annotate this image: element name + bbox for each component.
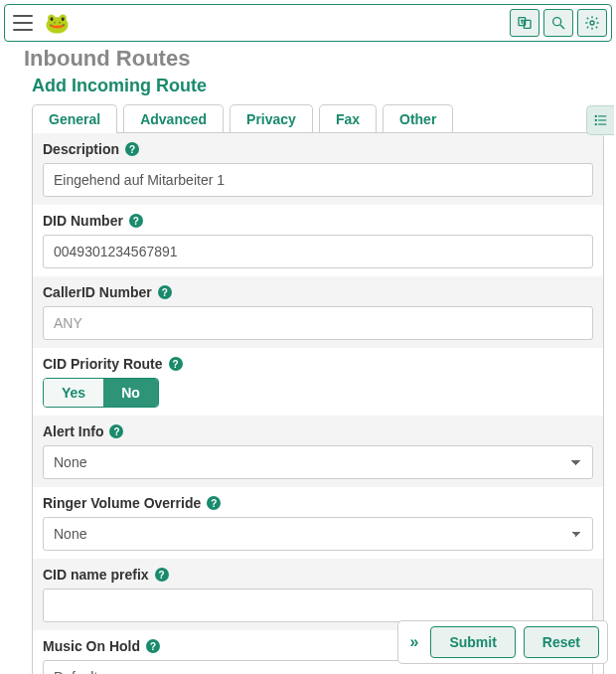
tab-other[interactable]: Other: [383, 104, 453, 133]
tab-advanced[interactable]: Advanced: [123, 104, 224, 133]
row-alertinfo: Alert Info? None: [33, 416, 603, 487]
help-icon[interactable]: ?: [129, 214, 143, 228]
row-description: Description?: [33, 133, 603, 205]
settings-button[interactable]: [577, 9, 607, 37]
form-panel: Description? DID Number? CallerID Number…: [32, 132, 604, 674]
label-cidprio: CID Priority Route: [43, 356, 163, 372]
row-ringer: Ringer Volume Override? None: [33, 487, 603, 559]
select-alertinfo[interactable]: None: [43, 445, 593, 479]
page-body: Inbound Routes Add Incoming Route Genera…: [0, 46, 616, 674]
toggle-cidprio-yes[interactable]: Yes: [44, 379, 103, 407]
language-button[interactable]: [510, 9, 539, 37]
list-icon: [593, 113, 609, 127]
svg-point-4: [590, 21, 594, 25]
input-cidprefix[interactable]: [43, 589, 593, 622]
page-title: Inbound Routes: [24, 46, 604, 72]
help-icon[interactable]: ?: [146, 639, 160, 653]
label-cidprefix: CID name prefix: [43, 567, 149, 583]
label-alertinfo: Alert Info: [43, 423, 103, 439]
svg-point-2: [553, 18, 561, 26]
select-ringer[interactable]: None: [43, 517, 593, 551]
submit-button[interactable]: Submit: [430, 626, 515, 658]
help-icon[interactable]: ?: [125, 142, 139, 156]
side-list-button[interactable]: [586, 105, 614, 135]
help-icon[interactable]: ?: [109, 424, 123, 438]
input-callerid[interactable]: [43, 306, 593, 340]
footer-actions: » Submit Reset: [397, 620, 609, 664]
topbar: 🐸: [4, 4, 612, 42]
footer-expand-icon[interactable]: »: [406, 633, 423, 651]
input-description[interactable]: [43, 163, 593, 197]
svg-point-10: [595, 124, 596, 125]
frog-logo-icon: 🐸: [45, 13, 70, 33]
page-subtitle: Add Incoming Route: [32, 76, 604, 96]
label-did: DID Number: [43, 213, 123, 229]
gear-icon: [584, 15, 600, 31]
help-icon[interactable]: ?: [169, 357, 183, 371]
menu-button[interactable]: [9, 11, 37, 35]
label-ringer: Ringer Volume Override: [43, 495, 201, 511]
topbar-right: [510, 9, 607, 37]
help-icon[interactable]: ?: [155, 568, 169, 582]
reset-button[interactable]: Reset: [524, 626, 599, 658]
tab-bar: General Advanced Privacy Fax Other: [32, 104, 604, 133]
toggle-cidprio-no[interactable]: No: [103, 379, 158, 407]
help-icon[interactable]: ?: [207, 496, 221, 510]
help-icon[interactable]: ?: [158, 285, 172, 299]
label-callerid: CallerID Number: [43, 284, 152, 300]
language-icon: [517, 15, 533, 31]
tab-privacy[interactable]: Privacy: [230, 104, 313, 133]
svg-line-3: [560, 25, 564, 29]
svg-point-8: [595, 115, 596, 116]
row-did: DID Number?: [33, 205, 603, 276]
tab-general[interactable]: General: [32, 104, 117, 133]
search-icon: [550, 15, 566, 31]
topbar-left: 🐸: [9, 11, 70, 35]
svg-point-9: [595, 119, 596, 120]
search-button[interactable]: [543, 9, 573, 37]
row-callerid: CallerID Number?: [33, 276, 603, 348]
toggle-cidprio[interactable]: Yes No: [43, 378, 159, 408]
input-did[interactable]: [43, 235, 593, 268]
label-description: Description: [43, 141, 119, 157]
row-cidprio: CID Priority Route? Yes No: [33, 348, 603, 416]
tab-fax[interactable]: Fax: [319, 104, 377, 133]
label-moh: Music On Hold: [43, 638, 140, 654]
